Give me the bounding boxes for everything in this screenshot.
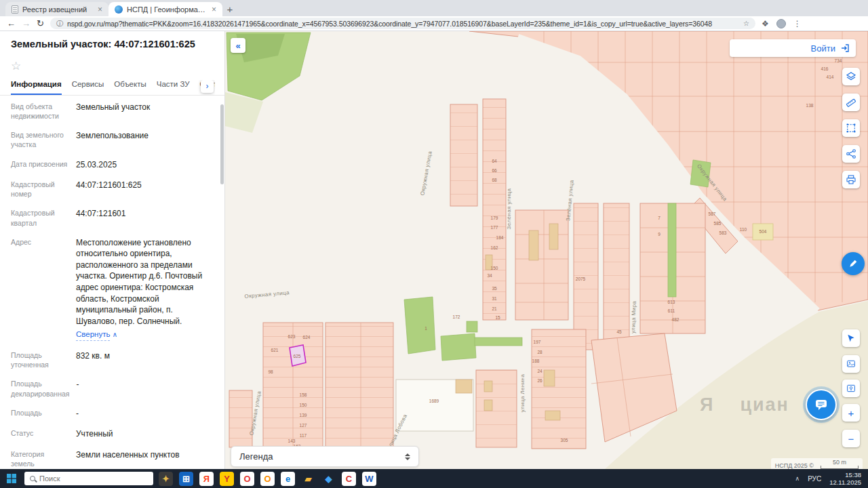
parcel-block [640, 203, 705, 333]
parcel-label: 624 [303, 335, 311, 340]
tray-chevron-icon[interactable]: ∧ [795, 475, 800, 482]
zoom-in-button[interactable]: + [842, 404, 860, 422]
address-bar[interactable]: ⓘ nspd.gov.ru/map?thematic=PKK&zoom=16.4… [50, 18, 755, 29]
parcel-info-panel: Земельный участок: 44:07:121601:625 ☆ Ин… [0, 31, 225, 469]
parcel-grid [229, 390, 252, 447]
field-row: Площадь- [11, 403, 215, 424]
tab-title: НСПД | Геоинформационный п [127, 5, 208, 14]
start-button[interactable] [4, 471, 19, 486]
login-label[interactable]: Войти [811, 43, 835, 54]
favorite-star-icon[interactable]: ☆ [11, 59, 21, 73]
browser-tab-registry[interactable]: Реестр извещений × [5, 2, 108, 16]
basemap-button[interactable] [842, 355, 860, 373]
expand-collapse-icon[interactable] [405, 453, 410, 460]
page-title: Земельный участок: 44:07:121601:625 [11, 38, 208, 51]
tab-information[interactable]: Информация [11, 80, 62, 95]
menu-kebab-icon[interactable]: ⋮ [793, 19, 802, 28]
url-text[interactable]: nspd.gov.ru/map?thematic=PKK&zoom=16.418… [67, 20, 739, 28]
parcel-label: 158 [300, 392, 307, 397]
new-tab-button[interactable]: + [222, 2, 237, 16]
search-input[interactable] [39, 474, 134, 483]
edge-icon[interactable]: e [281, 472, 295, 486]
yandex-browser-icon[interactable]: Я [199, 472, 214, 486]
parcel-label: 9 [658, 232, 660, 237]
login-bar[interactable]: Войти [730, 39, 856, 57]
parcel-label: 188 [532, 359, 540, 363]
tab-objects[interactable]: Объекты [114, 80, 146, 95]
word-icon[interactable]: W [362, 472, 376, 486]
field-row: Вид земельного участкаЗемлепользование [11, 125, 215, 154]
yandex-start-icon[interactable]: Y [220, 472, 234, 486]
parcel-label: 162 [491, 245, 498, 250]
collapse-panel-button[interactable]: « [231, 38, 245, 53]
search-icon [30, 476, 35, 481]
feedback-button[interactable] [842, 252, 865, 275]
parcel-grid [263, 323, 323, 449]
parcel-label: 2075 [576, 277, 586, 281]
document-favicon-icon [12, 5, 18, 14]
tab-services[interactable]: Сервисы [72, 80, 104, 95]
forward-icon[interactable]: → [22, 19, 31, 28]
field-row: Площадь уточненная832 кв. м [11, 346, 215, 374]
emblem-icon[interactable]: ✦ [159, 472, 173, 486]
pencil-icon [848, 258, 859, 269]
locate-button[interactable] [842, 329, 860, 347]
object-card-button[interactable] [842, 380, 860, 397]
taskbar-search[interactable] [24, 472, 153, 485]
parcel-label: 117 [300, 433, 307, 438]
parcel-label: 127 [300, 423, 307, 428]
panel-scrollbar[interactable] [220, 104, 224, 184]
taskbar: ✦⊞ЯYOOe▰◆СW ∧ РУС 15:38 12.11.2025 [0, 469, 868, 488]
layers-button[interactable] [842, 68, 860, 85]
measure-area-icon [845, 122, 857, 134]
street-label: улица Ленина [519, 374, 526, 413]
parcel-label: 98 [268, 369, 273, 374]
extensions-icon[interactable]: ❖ [762, 19, 769, 28]
parcel-label: 305 [561, 438, 568, 443]
profile-avatar[interactable] [776, 19, 786, 28]
back-icon[interactable]: ← [7, 19, 16, 28]
login-icon [840, 43, 850, 54]
parcel-block [476, 370, 517, 447]
chat-button[interactable] [806, 389, 837, 420]
parcel-label: 734 [835, 58, 842, 63]
close-tab-icon[interactable]: × [212, 5, 216, 14]
parcel-label: 172 [453, 314, 460, 319]
tab-parts[interactable]: Части ЗУ [157, 80, 190, 95]
close-tab-icon[interactable]: × [98, 5, 102, 14]
taskbar-clock[interactable]: 15:38 12.11.2025 [829, 471, 864, 486]
zoom-out-button[interactable]: − [842, 430, 860, 447]
c-app-icon[interactable]: С [342, 472, 356, 486]
collapse-address-link[interactable]: Свернуть [76, 329, 110, 341]
reload-icon[interactable]: ↻ [37, 19, 44, 28]
parcel-label: 110 [740, 227, 747, 232]
parcel-label: 68 [492, 178, 497, 182]
parcel-label: 585 [714, 221, 722, 226]
bookmark-star-icon[interactable]: ☆ [743, 20, 749, 27]
print-button[interactable] [842, 171, 860, 188]
nspd-favicon-icon [115, 5, 123, 14]
chevron-up-icon[interactable]: ∧ [113, 331, 117, 338]
browser-tab-nspd[interactable]: НСПД | Геоинформационный п × [108, 2, 222, 16]
explorer-folder-icon[interactable]: ▰ [301, 472, 315, 486]
language-indicator[interactable]: РУС [808, 475, 821, 483]
parcel-label: 139 [300, 413, 307, 418]
opera-icon[interactable]: O [240, 472, 254, 486]
orange-browser-icon[interactable]: O [260, 472, 275, 486]
share-button[interactable] [842, 145, 860, 163]
print-icon [845, 174, 857, 186]
ruler-button[interactable] [842, 94, 860, 111]
field-row: СтатусУчтенный [11, 424, 215, 445]
site-info-icon[interactable]: ⓘ [56, 19, 63, 28]
street-label: улица Мира [630, 300, 637, 333]
parcel-label: 24 [537, 369, 542, 373]
measure-area-button[interactable] [842, 119, 860, 137]
legend-bar[interactable]: Легенда [231, 446, 419, 467]
blue-app-icon[interactable]: ◆ [321, 472, 336, 486]
app-grid-icon[interactable]: ⊞ [179, 472, 193, 486]
parcel-label: 611 [668, 308, 675, 313]
tabs-scroll-right-icon[interactable]: › [201, 80, 214, 93]
parcel-label: 197 [534, 340, 541, 344]
scale-label: 50 m [833, 459, 846, 466]
tab-strip: Реестр извещений × НСПД | Геоинформацион… [0, 0, 868, 16]
